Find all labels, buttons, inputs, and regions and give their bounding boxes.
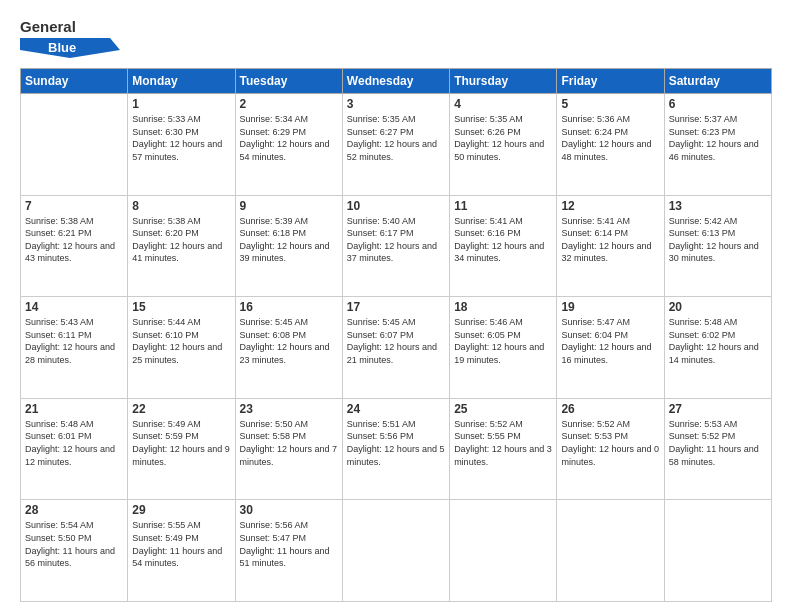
cell-info: Sunrise: 5:39 AMSunset: 6:18 PMDaylight:…: [240, 215, 338, 265]
calendar-cell: 9Sunrise: 5:39 AMSunset: 6:18 PMDaylight…: [235, 195, 342, 297]
cell-info: Sunrise: 5:48 AMSunset: 6:01 PMDaylight:…: [25, 418, 123, 468]
calendar-cell: 11Sunrise: 5:41 AMSunset: 6:16 PMDayligh…: [450, 195, 557, 297]
day-header-tuesday: Tuesday: [235, 69, 342, 94]
week-row-5: 28Sunrise: 5:54 AMSunset: 5:50 PMDayligh…: [21, 500, 772, 602]
day-number: 4: [454, 97, 552, 111]
cell-info: Sunrise: 5:41 AMSunset: 6:16 PMDaylight:…: [454, 215, 552, 265]
calendar-cell: 17Sunrise: 5:45 AMSunset: 6:07 PMDayligh…: [342, 297, 449, 399]
cell-info: Sunrise: 5:46 AMSunset: 6:05 PMDaylight:…: [454, 316, 552, 366]
calendar-cell: 10Sunrise: 5:40 AMSunset: 6:17 PMDayligh…: [342, 195, 449, 297]
day-number: 2: [240, 97, 338, 111]
day-number: 18: [454, 300, 552, 314]
day-number: 21: [25, 402, 123, 416]
day-number: 15: [132, 300, 230, 314]
cell-info: Sunrise: 5:41 AMSunset: 6:14 PMDaylight:…: [561, 215, 659, 265]
day-number: 23: [240, 402, 338, 416]
day-header-saturday: Saturday: [664, 69, 771, 94]
day-number: 14: [25, 300, 123, 314]
day-header-thursday: Thursday: [450, 69, 557, 94]
cell-info: Sunrise: 5:56 AMSunset: 5:47 PMDaylight:…: [240, 519, 338, 569]
cell-info: Sunrise: 5:54 AMSunset: 5:50 PMDaylight:…: [25, 519, 123, 569]
calendar-cell: 24Sunrise: 5:51 AMSunset: 5:56 PMDayligh…: [342, 398, 449, 500]
calendar-cell: 3Sunrise: 5:35 AMSunset: 6:27 PMDaylight…: [342, 94, 449, 196]
calendar-cell: [21, 94, 128, 196]
day-number: 13: [669, 199, 767, 213]
cell-info: Sunrise: 5:40 AMSunset: 6:17 PMDaylight:…: [347, 215, 445, 265]
day-number: 8: [132, 199, 230, 213]
cell-info: Sunrise: 5:35 AMSunset: 6:27 PMDaylight:…: [347, 113, 445, 163]
calendar-cell: [557, 500, 664, 602]
day-number: 9: [240, 199, 338, 213]
cell-info: Sunrise: 5:43 AMSunset: 6:11 PMDaylight:…: [25, 316, 123, 366]
calendar-cell: 13Sunrise: 5:42 AMSunset: 6:13 PMDayligh…: [664, 195, 771, 297]
day-number: 29: [132, 503, 230, 517]
cell-info: Sunrise: 5:44 AMSunset: 6:10 PMDaylight:…: [132, 316, 230, 366]
day-number: 19: [561, 300, 659, 314]
calendar-cell: 16Sunrise: 5:45 AMSunset: 6:08 PMDayligh…: [235, 297, 342, 399]
day-number: 7: [25, 199, 123, 213]
cell-info: Sunrise: 5:51 AMSunset: 5:56 PMDaylight:…: [347, 418, 445, 468]
day-number: 20: [669, 300, 767, 314]
day-number: 27: [669, 402, 767, 416]
calendar-cell: 19Sunrise: 5:47 AMSunset: 6:04 PMDayligh…: [557, 297, 664, 399]
day-number: 25: [454, 402, 552, 416]
calendar-cell: 30Sunrise: 5:56 AMSunset: 5:47 PMDayligh…: [235, 500, 342, 602]
day-number: 5: [561, 97, 659, 111]
calendar-cell: [450, 500, 557, 602]
day-number: 22: [132, 402, 230, 416]
calendar-body: 1Sunrise: 5:33 AMSunset: 6:30 PMDaylight…: [21, 94, 772, 602]
calendar-cell: 18Sunrise: 5:46 AMSunset: 6:05 PMDayligh…: [450, 297, 557, 399]
cell-info: Sunrise: 5:49 AMSunset: 5:59 PMDaylight:…: [132, 418, 230, 468]
calendar-cell: 2Sunrise: 5:34 AMSunset: 6:29 PMDaylight…: [235, 94, 342, 196]
week-row-4: 21Sunrise: 5:48 AMSunset: 6:01 PMDayligh…: [21, 398, 772, 500]
calendar-cell: 28Sunrise: 5:54 AMSunset: 5:50 PMDayligh…: [21, 500, 128, 602]
cell-info: Sunrise: 5:38 AMSunset: 6:20 PMDaylight:…: [132, 215, 230, 265]
page: General Blue SundayMondayTuesdayWednesda…: [0, 0, 792, 612]
day-number: 26: [561, 402, 659, 416]
day-number: 11: [454, 199, 552, 213]
cell-info: Sunrise: 5:37 AMSunset: 6:23 PMDaylight:…: [669, 113, 767, 163]
week-row-3: 14Sunrise: 5:43 AMSunset: 6:11 PMDayligh…: [21, 297, 772, 399]
day-number: 24: [347, 402, 445, 416]
calendar-cell: 27Sunrise: 5:53 AMSunset: 5:52 PMDayligh…: [664, 398, 771, 500]
day-number: 16: [240, 300, 338, 314]
calendar-header-row: SundayMondayTuesdayWednesdayThursdayFrid…: [21, 69, 772, 94]
header: General Blue: [20, 16, 772, 58]
calendar-cell: 21Sunrise: 5:48 AMSunset: 6:01 PMDayligh…: [21, 398, 128, 500]
cell-info: Sunrise: 5:55 AMSunset: 5:49 PMDaylight:…: [132, 519, 230, 569]
calendar-cell: 5Sunrise: 5:36 AMSunset: 6:24 PMDaylight…: [557, 94, 664, 196]
cell-info: Sunrise: 5:50 AMSunset: 5:58 PMDaylight:…: [240, 418, 338, 468]
calendar-cell: [342, 500, 449, 602]
day-header-friday: Friday: [557, 69, 664, 94]
week-row-2: 7Sunrise: 5:38 AMSunset: 6:21 PMDaylight…: [21, 195, 772, 297]
cell-info: Sunrise: 5:53 AMSunset: 5:52 PMDaylight:…: [669, 418, 767, 468]
calendar-cell: 14Sunrise: 5:43 AMSunset: 6:11 PMDayligh…: [21, 297, 128, 399]
cell-info: Sunrise: 5:45 AMSunset: 6:07 PMDaylight:…: [347, 316, 445, 366]
day-header-monday: Monday: [128, 69, 235, 94]
cell-info: Sunrise: 5:48 AMSunset: 6:02 PMDaylight:…: [669, 316, 767, 366]
calendar-cell: 6Sunrise: 5:37 AMSunset: 6:23 PMDaylight…: [664, 94, 771, 196]
calendar-cell: 29Sunrise: 5:55 AMSunset: 5:49 PMDayligh…: [128, 500, 235, 602]
calendar-cell: 26Sunrise: 5:52 AMSunset: 5:53 PMDayligh…: [557, 398, 664, 500]
week-row-1: 1Sunrise: 5:33 AMSunset: 6:30 PMDaylight…: [21, 94, 772, 196]
day-header-sunday: Sunday: [21, 69, 128, 94]
calendar-table: SundayMondayTuesdayWednesdayThursdayFrid…: [20, 68, 772, 602]
day-number: 3: [347, 97, 445, 111]
calendar-cell: 23Sunrise: 5:50 AMSunset: 5:58 PMDayligh…: [235, 398, 342, 500]
day-number: 1: [132, 97, 230, 111]
cell-info: Sunrise: 5:47 AMSunset: 6:04 PMDaylight:…: [561, 316, 659, 366]
svg-text:General: General: [20, 18, 76, 35]
calendar-cell: 8Sunrise: 5:38 AMSunset: 6:20 PMDaylight…: [128, 195, 235, 297]
calendar-cell: 20Sunrise: 5:48 AMSunset: 6:02 PMDayligh…: [664, 297, 771, 399]
cell-info: Sunrise: 5:42 AMSunset: 6:13 PMDaylight:…: [669, 215, 767, 265]
day-number: 17: [347, 300, 445, 314]
cell-info: Sunrise: 5:35 AMSunset: 6:26 PMDaylight:…: [454, 113, 552, 163]
cell-info: Sunrise: 5:33 AMSunset: 6:30 PMDaylight:…: [132, 113, 230, 163]
logo-icon: General Blue: [20, 16, 120, 58]
calendar-cell: 7Sunrise: 5:38 AMSunset: 6:21 PMDaylight…: [21, 195, 128, 297]
calendar-cell: 22Sunrise: 5:49 AMSunset: 5:59 PMDayligh…: [128, 398, 235, 500]
calendar-cell: 1Sunrise: 5:33 AMSunset: 6:30 PMDaylight…: [128, 94, 235, 196]
calendar-cell: 12Sunrise: 5:41 AMSunset: 6:14 PMDayligh…: [557, 195, 664, 297]
cell-info: Sunrise: 5:38 AMSunset: 6:21 PMDaylight:…: [25, 215, 123, 265]
cell-info: Sunrise: 5:36 AMSunset: 6:24 PMDaylight:…: [561, 113, 659, 163]
